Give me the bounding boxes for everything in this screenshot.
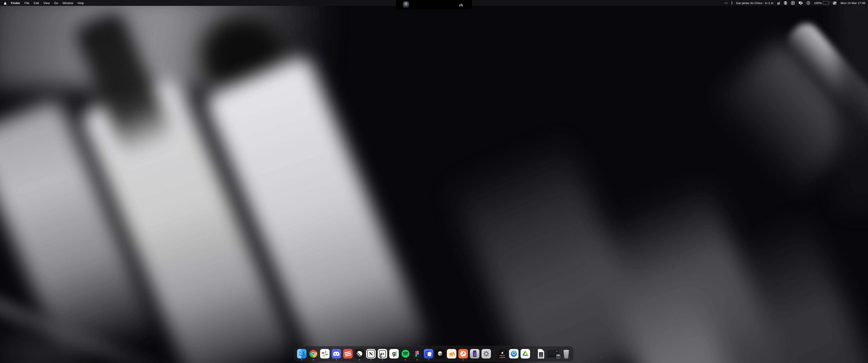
control-center-icon[interactable]: [833, 2, 837, 4]
desktop: Finder File Edit View Go Window Help •••…: [0, 0, 868, 363]
capture-icon[interactable]: [791, 1, 795, 5]
apple-menu-icon[interactable]: [4, 1, 6, 5]
now-playing-album-art[interactable]: [403, 1, 409, 8]
spotify-icon: [401, 349, 410, 359]
app-menu-finder[interactable]: Finder: [11, 1, 20, 5]
trash-icon: [562, 349, 571, 359]
dock-todoist[interactable]: [343, 349, 352, 359]
menu-view[interactable]: View: [43, 1, 50, 5]
dock-1password[interactable]: [509, 349, 519, 359]
menu-help[interactable]: Help: [78, 1, 84, 5]
chrome-icon: [309, 349, 318, 359]
dock-postman[interactable]: [458, 349, 468, 359]
reminder-separator-bar: [732, 1, 733, 4]
wallpaper: [0, 0, 868, 363]
dock-spotify[interactable]: [401, 349, 410, 359]
iphone-simulator-icon: [470, 349, 479, 359]
battery-percent: 100%: [814, 1, 822, 5]
dock-granola[interactable]: g: [389, 349, 399, 359]
slack-icon: [320, 349, 330, 359]
figma-icon: [412, 349, 422, 359]
menu-edit[interactable]: Edit: [34, 1, 39, 5]
dock-blue-windows-app[interactable]: [424, 349, 433, 359]
iso-cube-icon: [435, 349, 445, 359]
dock-discord[interactable]: [332, 349, 341, 359]
menu-window[interactable]: Window: [62, 1, 73, 5]
dock-minimized-window[interactable]: 11: [547, 349, 559, 359]
granola-menubar-icon[interactable]: g: [777, 1, 780, 5]
dock-slack[interactable]: [320, 349, 330, 359]
menu-file[interactable]: File: [24, 1, 29, 5]
dock-figma[interactable]: [412, 349, 422, 359]
menu-bar-clock[interactable]: Mon 10 Mar 17:58: [840, 1, 865, 5]
raycast-icon: raycast: [498, 349, 507, 359]
dock-postico[interactable]: [447, 349, 456, 359]
calendar-badge: 11: [556, 355, 560, 359]
dock-divider: [494, 348, 494, 359]
todoist-icon: [343, 349, 352, 359]
dock-trash[interactable]: [561, 349, 571, 359]
granola-cursor-bar: [396, 351, 397, 356]
granola-icon: g: [392, 351, 396, 356]
dock-system-settings[interactable]: [482, 349, 491, 359]
battery-status[interactable]: 100%: [814, 1, 829, 5]
postman-icon: [458, 349, 468, 359]
notion-calendar-icon: 10: [379, 350, 386, 357]
dock-downloads-document[interactable]: [537, 349, 545, 359]
dock-notion-calendar[interactable]: 10: [378, 349, 387, 359]
dock-finder[interactable]: [297, 349, 307, 359]
menu-extras-overflow[interactable]: •••: [724, 2, 728, 4]
elephant-icon: [447, 349, 456, 359]
wallpaper-shape: [836, 0, 868, 212]
window-thumbnail: 11: [547, 350, 559, 358]
dock-simulator[interactable]: [470, 349, 479, 359]
album-art-figure: [405, 2, 407, 5]
gear-icon: [482, 349, 491, 359]
overlapping-windows-icon: [424, 349, 433, 359]
linear-icon: [355, 349, 364, 359]
dock-google-drive[interactable]: [521, 349, 530, 359]
discord-icon: [332, 349, 341, 359]
finder-icon: [297, 349, 307, 359]
audio-visualizer-bars: [459, 3, 463, 6]
one-password-menubar-icon[interactable]: [807, 1, 810, 5]
dock-linear[interactable]: [355, 349, 364, 359]
notch-music-island[interactable]: [396, 0, 472, 9]
document-icon: [537, 349, 545, 359]
gear-burst-icon[interactable]: [784, 1, 787, 5]
dock: N 10 g: [294, 346, 574, 362]
drive-triangle-icon: [521, 349, 530, 359]
dock-divider: [533, 348, 533, 359]
wallpaper-shape: [0, 316, 99, 363]
notion-icon: N: [367, 350, 375, 358]
reminder-text[interactable]: Dar jantar do Chico · in 2 m: [736, 1, 773, 5]
dock-cube-app[interactable]: [435, 349, 445, 359]
menu-go[interactable]: Go: [54, 1, 58, 5]
dock-chrome[interactable]: [309, 349, 318, 359]
keyhole-icon: [509, 349, 519, 359]
dock-notion[interactable]: N: [366, 349, 376, 359]
battery-charging-icon: [823, 1, 829, 5]
display-mirroring-icon[interactable]: [799, 1, 803, 5]
dock-raycast[interactable]: raycast: [498, 349, 507, 359]
